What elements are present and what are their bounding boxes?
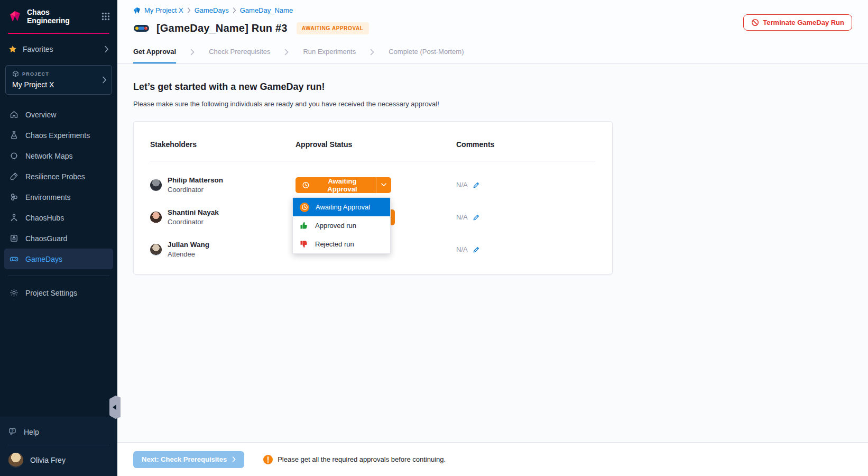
sidebar-nav: Overview Chaos Experiments Network Maps … — [0, 100, 117, 269]
approval-status-dropdown-button[interactable]: Awaiting Approval — [296, 177, 391, 193]
stakeholders-card: Stakeholders Approval Status Comments Ph… — [133, 121, 613, 274]
run-stepper: Get Approval Check Prerequisites Run Exp… — [117, 41, 868, 64]
step-get-approval[interactable]: Get Approval — [133, 41, 176, 63]
sidebar-divider — [8, 445, 109, 445]
user-profile[interactable]: Olivia Frey — [0, 446, 117, 476]
breadcrumb-item[interactable]: GameDays — [195, 6, 229, 14]
stakeholder-role: Attendee — [168, 250, 209, 258]
sidebar-item-label: Network Maps — [25, 152, 72, 160]
step-check-prerequisites[interactable]: Check Prerequisites — [209, 41, 270, 63]
avatar — [150, 244, 162, 255]
menu-option-rejected-run[interactable]: Rejected run — [293, 235, 390, 253]
sidebar-collapse-handle[interactable] — [109, 396, 121, 419]
chevron-right-icon — [370, 41, 374, 63]
sidebar-item-label: Project Settings — [25, 289, 77, 297]
home-icon — [10, 110, 19, 119]
sidebar-item-label: Resilience Probes — [25, 172, 85, 181]
avatar — [150, 212, 162, 223]
content-area: Let’s get started with a new GameDay run… — [117, 64, 868, 442]
sidebar-item-chaosguard[interactable]: ChaosGuard — [4, 228, 113, 249]
flask-icon — [10, 131, 19, 140]
comment-value: N/A — [456, 245, 468, 253]
user-name: Olivia Frey — [30, 456, 66, 464]
comment-cell: N/A — [456, 181, 595, 189]
sidebar-item-chaos-experiments[interactable]: Chaos Experiments — [4, 125, 113, 145]
network-map-icon — [10, 151, 19, 160]
chevron-right-icon — [232, 456, 236, 462]
chaos-engineering-logo-icon — [8, 10, 22, 24]
favorites-row[interactable]: Favorites — [0, 34, 117, 61]
content-subheading: Please make sure the following individua… — [133, 100, 852, 108]
stakeholder-name: Julian Wang — [168, 241, 209, 249]
page-header: My Project X GameDays GameDay_Name [Game… — [117, 0, 868, 41]
sidebar-item-label: Environments — [25, 193, 71, 202]
sidebar-item-overview[interactable]: Overview — [4, 104, 113, 125]
table-row: Philip Matterson Coordinator Awaiting Ap… — [150, 169, 595, 201]
approval-warning: Please get all the required approvals be… — [263, 455, 446, 464]
sidebar-item-label: Chaos Experiments — [25, 131, 90, 140]
approval-status-menu: Awaiting Approval Approved run Rejected … — [292, 197, 391, 254]
menu-option-awaiting-approval[interactable]: Awaiting Approval — [293, 198, 390, 216]
sidebar-item-label: GameDays — [25, 255, 62, 263]
stakeholder-name: Philip Matterson — [168, 176, 223, 184]
column-header-approval-status: Approval Status — [296, 140, 456, 149]
breadcrumb: My Project X GameDays GameDay_Name — [133, 6, 852, 14]
sidebar-item-resilience-probes[interactable]: Resilience Probes — [4, 166, 113, 187]
status-badge: AWAITING APPROVAL — [297, 22, 369, 34]
stakeholder-cell: Shantini Nayak Coordinator — [150, 208, 296, 226]
project-eyebrow-label: PROJECT — [22, 71, 49, 77]
sidebar-header: Chaos Engineering — [0, 0, 117, 32]
cube-icon — [12, 70, 19, 77]
sidebar-item-label: ChaosHubs — [25, 214, 64, 222]
step-run-experiments[interactable]: Run Experiments — [303, 41, 356, 63]
sidebar-item-gamedays[interactable]: GameDays — [4, 249, 113, 269]
gamepad-icon — [10, 254, 19, 263]
guard-lock-icon — [10, 234, 19, 243]
project-name: My Project X — [12, 80, 98, 89]
project-selector[interactable]: PROJECT My Project X — [5, 65, 112, 95]
favorites-label: Favorites — [23, 45, 53, 53]
chevron-right-icon — [187, 7, 191, 13]
edit-pencil-icon[interactable] — [473, 246, 480, 253]
brand-title: Chaos Engineering — [27, 8, 76, 25]
main-area: My Project X GameDays GameDay_Name [Game… — [117, 0, 868, 476]
sidebar-item-network-maps[interactable]: Network Maps — [4, 145, 113, 166]
sidebar-item-project-settings[interactable]: Project Settings — [4, 282, 113, 303]
breadcrumb-item[interactable]: GameDay_Name — [240, 6, 293, 14]
next-check-prerequisites-button[interactable]: Next: Check Prerequisites — [133, 451, 244, 468]
probe-icon — [10, 172, 19, 181]
content-heading: Let’s get started with a new GameDay run… — [133, 81, 852, 93]
step-complete-post-mortem[interactable]: Complete (Post-Mortem) — [389, 41, 464, 63]
sidebar-item-chaoshubs[interactable]: ChaosHubs — [4, 207, 113, 228]
chevron-right-icon — [190, 41, 195, 63]
chevron-right-icon — [233, 7, 236, 13]
stakeholder-role: Coordinator — [168, 218, 219, 226]
stakeholder-name: Shantini Nayak — [168, 208, 219, 216]
comment-value: N/A — [456, 213, 468, 221]
edit-pencil-icon[interactable] — [473, 181, 480, 189]
gear-icon — [10, 288, 19, 297]
svg-text:?: ? — [11, 428, 14, 433]
avatar — [150, 179, 162, 191]
footer-bar: Next: Check Prerequisites Please get all… — [117, 442, 868, 476]
sidebar-item-environments[interactable]: Environments — [4, 187, 113, 207]
terminate-gameday-button[interactable]: Terminate GameDay Run — [743, 14, 852, 31]
help-button[interactable]: ? Help — [0, 420, 117, 444]
sidebar-spacer — [0, 303, 117, 417]
menu-option-label: Approved run — [315, 222, 356, 230]
edit-pencil-icon[interactable] — [473, 214, 480, 221]
user-avatar — [8, 453, 23, 468]
status-cell: Awaiting Approval — [296, 177, 456, 193]
clock-icon — [302, 181, 310, 189]
menu-option-approved-run[interactable]: Approved run — [293, 216, 390, 235]
app-switcher-grid-icon[interactable] — [101, 12, 110, 21]
table-header-row: Stakeholders Approval Status Comments — [134, 122, 612, 149]
star-icon — [8, 45, 17, 53]
breadcrumb-item[interactable]: My Project X — [144, 6, 183, 14]
hub-network-icon — [10, 213, 19, 222]
menu-option-label: Rejected run — [315, 240, 354, 248]
thumbs-down-icon — [300, 240, 309, 249]
environments-icon — [10, 193, 19, 202]
help-label: Help — [24, 428, 39, 436]
breadcrumb-logo-icon — [133, 7, 141, 14]
